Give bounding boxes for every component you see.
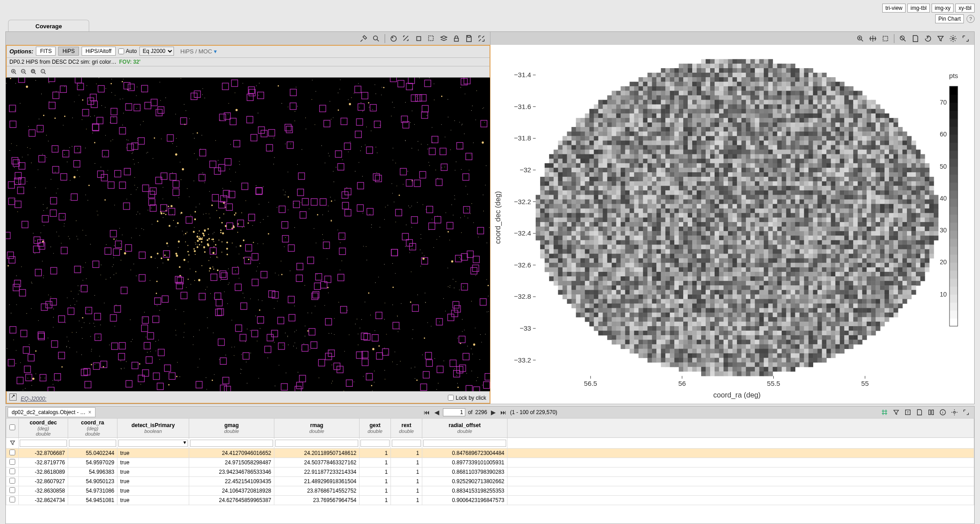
table-text-icon[interactable]: T: [903, 408, 912, 417]
svg-rect-2612: [674, 150, 679, 155]
table-save-icon[interactable]: [915, 408, 924, 417]
chart-pan-icon[interactable]: [868, 34, 878, 44]
row-checkbox[interactable]: [9, 459, 15, 465]
svg-rect-4384: [715, 240, 719, 245]
chart-reset-zoom-icon[interactable]: [898, 34, 908, 44]
popout-icon[interactable]: [9, 393, 17, 401]
row-checkbox[interactable]: [9, 487, 15, 493]
filter-coord-ra[interactable]: [69, 440, 116, 447]
select-all-checkbox[interactable]: [9, 424, 15, 430]
save-icon[interactable]: [464, 34, 474, 44]
svg-rect-3356: [929, 186, 933, 191]
col-rext[interactable]: rextdouble: [391, 419, 422, 438]
svg-rect-3760: [737, 209, 741, 214]
row-checkbox[interactable]: [9, 468, 15, 474]
tools-icon[interactable]: [359, 34, 369, 44]
table-filter-icon[interactable]: [892, 408, 901, 417]
svg-rect-5507: [853, 299, 858, 304]
table-row[interactable]: -32.861808954.996383true 23.942346786533…: [6, 467, 974, 477]
chart-select-icon[interactable]: [880, 34, 890, 44]
hips-moc-dropdown[interactable]: HiPS / MOC ▾: [180, 48, 217, 55]
chart-zoom-in-icon[interactable]: [855, 34, 865, 44]
table-row[interactable]: -32.871977654.9597029true 24.97150582984…: [6, 458, 974, 467]
stretch-icon[interactable]: [401, 34, 411, 44]
help-icon[interactable]: ?: [967, 15, 975, 23]
close-icon[interactable]: ×: [88, 409, 91, 415]
filter-coord-dec[interactable]: [20, 440, 67, 447]
coord-readout-link[interactable]: EQ-J2000:: [21, 396, 46, 402]
chevron-down-icon[interactable]: ▾: [183, 439, 186, 445]
filter-gext[interactable]: [360, 440, 390, 447]
col-coord-ra[interactable]: coord_ra(deg)double: [68, 419, 117, 438]
table-expand-icon[interactable]: [962, 408, 971, 417]
table-actions-icon[interactable]: [880, 408, 889, 417]
zoom-1x-icon[interactable]: 1: [39, 67, 48, 76]
chart-expand-icon[interactable]: [961, 34, 971, 44]
table-settings-icon[interactable]: [950, 408, 959, 417]
layout-img-tbl-button[interactable]: img-tbl: [907, 4, 930, 13]
hips-aitoff-button[interactable]: HiPS/Aitoff: [82, 47, 116, 56]
fits-button[interactable]: FITS: [36, 47, 56, 56]
layout-img-xy-button[interactable]: img-xy: [932, 4, 954, 13]
col-detect-isprimary[interactable]: detect_isPrimaryboolean: [117, 419, 189, 438]
zoom-out-icon[interactable]: [19, 67, 28, 76]
pin-chart-button[interactable]: Pin Chart: [935, 14, 964, 23]
svg-rect-3143: [763, 177, 768, 182]
col-coord-dec[interactable]: coord_dec(deg)double: [19, 419, 68, 438]
select-icon[interactable]: [426, 34, 436, 44]
svg-rect-3067: [813, 172, 817, 177]
filter-detect-isprimary[interactable]: [118, 440, 188, 447]
heatmap-chart[interactable]: 56.55655.555−31.4−31.6−31.8−32−32.2−32.4…: [490, 45, 975, 404]
chart-save-icon[interactable]: [911, 34, 920, 44]
pager-first-icon[interactable]: ⏮: [423, 409, 431, 416]
hips-button[interactable]: HiPS: [58, 47, 78, 56]
pager-prev-icon[interactable]: ◀: [434, 409, 440, 416]
layout-xy-tbl-button[interactable]: xy-tbl: [955, 4, 975, 13]
filter-radial-offset[interactable]: [423, 440, 506, 447]
filter-rext[interactable]: [392, 440, 421, 447]
filter-gmag[interactable]: [190, 440, 273, 447]
col-rmag[interactable]: rmagdouble: [274, 419, 360, 438]
pager-last-icon[interactable]: ⏭: [499, 409, 507, 416]
table-info-icon[interactable]: i: [938, 408, 947, 417]
chart-settings-icon[interactable]: [948, 34, 958, 44]
filter-icon[interactable]: [9, 439, 17, 447]
svg-point-65: [143, 318, 143, 318]
table-row[interactable]: -32.870668755.0402244true 24.41270946016…: [6, 449, 974, 458]
pager-next-icon[interactable]: ▶: [490, 409, 497, 416]
svg-rect-3940: [737, 218, 741, 223]
table-row[interactable]: -32.862473454.9451081true 24.62764585996…: [6, 496, 974, 505]
zoom-in-icon[interactable]: [9, 67, 18, 76]
zoom-fit-icon[interactable]: [29, 67, 38, 76]
svg-rect-5475: [710, 299, 715, 304]
crop-icon[interactable]: [414, 34, 424, 44]
table-column-icon[interactable]: [927, 408, 936, 417]
layout-tri-view-button[interactable]: tri-view: [882, 4, 906, 13]
color-icon[interactable]: [389, 34, 399, 44]
table-row[interactable]: -32.860792754.9050123true 22.45215410934…: [6, 477, 974, 486]
row-checkbox[interactable]: [9, 450, 15, 455]
filter-rmag[interactable]: [275, 440, 358, 447]
svg-rect-5180: [808, 281, 813, 286]
auto-checkbox[interactable]: [118, 48, 124, 54]
tab-coverage[interactable]: Coverage: [8, 20, 89, 32]
pager-page-input[interactable]: [443, 408, 465, 416]
svg-rect-4731: [697, 258, 701, 263]
col-radial-offset[interactable]: radial_offsetdouble: [422, 419, 507, 438]
row-checkbox[interactable]: [9, 497, 15, 502]
lock-by-click-checkbox[interactable]: [448, 395, 454, 401]
table-row[interactable]: -32.863085854.9731086true 24.10643720818…: [6, 486, 974, 496]
search-icon[interactable]: [371, 34, 381, 44]
svg-rect-3370: [598, 190, 603, 195]
row-checkbox[interactable]: [9, 478, 15, 484]
col-gext[interactable]: gextdouble: [360, 419, 391, 438]
chart-filter-icon[interactable]: [936, 34, 945, 44]
col-gmag[interactable]: gmagdouble: [189, 419, 274, 438]
sky-image[interactable]: [6, 78, 490, 391]
chart-restore-icon[interactable]: [923, 34, 933, 44]
coord-select[interactable]: Eq J2000: [139, 47, 174, 56]
expand-icon[interactable]: [477, 34, 486, 44]
table-tab[interactable]: dp02_dc2_catalogs.Object - … ×: [8, 407, 95, 417]
lock-icon[interactable]: [451, 34, 461, 44]
layers-icon[interactable]: [439, 34, 449, 44]
